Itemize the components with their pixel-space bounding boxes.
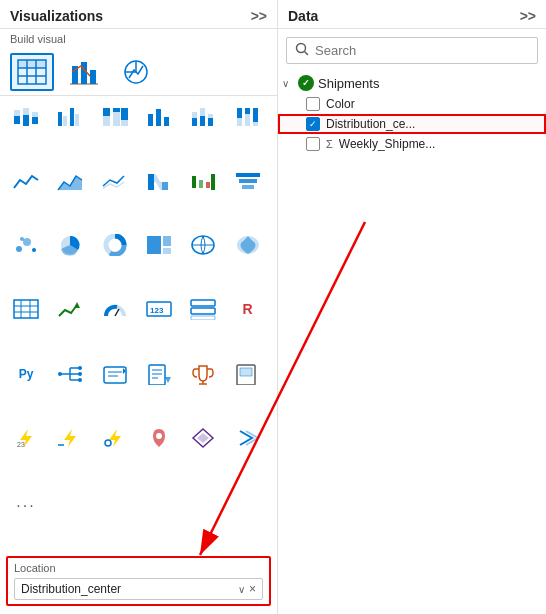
chevron-right-button[interactable]: [228, 421, 268, 455]
filled-map-button[interactable]: [228, 228, 268, 262]
gauge-button[interactable]: [95, 292, 135, 326]
line-chart-button[interactable]: [6, 164, 46, 198]
data-panel: Data >> ∨ ✓ Shipments Color Distribution…: [278, 0, 546, 614]
lightning1-button[interactable]: 23: [6, 421, 46, 455]
svg-rect-6: [27, 60, 36, 68]
svg-rect-55: [242, 185, 254, 189]
lightning2-button[interactable]: [50, 421, 90, 455]
color-checkbox[interactable]: [306, 97, 320, 111]
waterfall-button[interactable]: [183, 164, 223, 198]
svg-line-112: [305, 52, 309, 56]
data-expand-button[interactable]: >>: [520, 8, 536, 24]
map-pin-button[interactable]: [139, 421, 179, 455]
svg-rect-53: [236, 173, 260, 177]
svg-rect-51: [206, 182, 210, 188]
stacked-column-button[interactable]: [183, 100, 223, 134]
tree-group-shipments[interactable]: ∨ ✓ Shipments: [278, 72, 546, 94]
distribution-checkbox[interactable]: [306, 117, 320, 131]
svg-marker-73: [74, 302, 80, 308]
search-input[interactable]: [315, 43, 529, 58]
location-field-name: Distribution_center: [21, 582, 121, 596]
svg-rect-78: [191, 308, 215, 314]
svg-rect-26: [103, 116, 110, 126]
svg-rect-35: [192, 112, 197, 118]
bar-chart-viz-button[interactable]: [62, 53, 106, 91]
svg-point-56: [16, 246, 22, 252]
svg-rect-54: [239, 179, 257, 183]
ribbon-chart-button[interactable]: [139, 164, 179, 198]
viz-panel-title: Visualizations: [10, 8, 103, 24]
more-visuals-button[interactable]: ...: [6, 485, 46, 519]
tree-item-distribution[interactable]: Distribution_ce...: [278, 114, 546, 134]
location-panel: Location Distribution_center ∨ ×: [6, 556, 271, 606]
area-chart-button[interactable]: [50, 164, 90, 198]
svg-rect-31: [148, 114, 153, 126]
data-tree: ∨ ✓ Shipments Color Distribution_ce... Σ…: [278, 68, 546, 158]
diamond-button[interactable]: [183, 421, 223, 455]
scatter-button[interactable]: [6, 228, 46, 262]
100pct-bar-button[interactable]: [95, 100, 135, 134]
svg-rect-43: [245, 114, 250, 126]
search-icon: [295, 42, 309, 59]
100pct-column-button[interactable]: [228, 100, 268, 134]
data-panel-title: Data: [288, 8, 318, 24]
svg-rect-93: [149, 365, 165, 385]
svg-rect-45: [253, 122, 258, 126]
line-stacked-button[interactable]: [95, 164, 135, 198]
svg-rect-39: [208, 114, 213, 118]
visualizations-panel: Visualizations >> Build visual: [0, 0, 278, 614]
svg-rect-10: [90, 70, 96, 84]
svg-rect-64: [163, 248, 171, 254]
decomp-tree-button[interactable]: [50, 357, 90, 391]
sigma-icon: Σ: [326, 138, 333, 150]
svg-rect-63: [163, 236, 171, 246]
analytics-viz-button[interactable]: [114, 53, 158, 91]
close-icon[interactable]: ×: [249, 582, 256, 596]
report-page-button[interactable]: [228, 357, 268, 391]
tree-item-weekly[interactable]: Σ Weekly_Shipme...: [278, 134, 546, 154]
map-button[interactable]: [183, 228, 223, 262]
svg-rect-77: [191, 300, 215, 306]
svg-rect-18: [23, 108, 29, 115]
svg-rect-9: [81, 62, 87, 84]
matrix-button[interactable]: [6, 292, 46, 326]
svg-point-57: [23, 238, 31, 246]
pie-button[interactable]: [50, 228, 90, 262]
multirow-card-button[interactable]: [183, 292, 223, 326]
svg-rect-33: [164, 117, 169, 126]
kpi-button[interactable]: [50, 292, 90, 326]
paginated-report-button[interactable]: [139, 357, 179, 391]
table-viz-button[interactable]: [10, 53, 54, 91]
svg-text:123: 123: [150, 306, 164, 315]
python-button[interactable]: Py: [6, 357, 46, 391]
chevron-down-icon[interactable]: ∨: [238, 584, 245, 595]
svg-marker-97: [165, 377, 171, 383]
svg-marker-110: [197, 433, 209, 443]
svg-rect-30: [121, 120, 128, 126]
svg-point-85: [58, 372, 62, 376]
tree-item-color[interactable]: Color: [278, 94, 546, 114]
viz-expand-button[interactable]: >>: [251, 8, 267, 24]
trophy-button[interactable]: [183, 357, 223, 391]
column-chart-button[interactable]: [139, 100, 179, 134]
group-name: Shipments: [318, 76, 538, 91]
search-box: [286, 37, 538, 64]
lightning3-button[interactable]: [95, 421, 135, 455]
svg-rect-47: [148, 174, 154, 190]
r-visual-button[interactable]: R: [228, 292, 268, 326]
funnel-button[interactable]: [228, 164, 268, 198]
smart-narrative-button[interactable]: [95, 357, 135, 391]
weekly-checkbox[interactable]: [306, 137, 320, 151]
treemap-button[interactable]: [139, 228, 179, 262]
clustered-bar-button[interactable]: [50, 100, 90, 134]
svg-point-86: [78, 366, 82, 370]
card-button[interactable]: 123: [139, 292, 179, 326]
svg-marker-104: [64, 429, 76, 447]
donut-button[interactable]: [95, 228, 135, 262]
distribution-field-label: Distribution_ce...: [326, 117, 536, 131]
svg-rect-41: [237, 118, 242, 126]
stacked-bar-button[interactable]: [6, 100, 46, 134]
svg-rect-23: [70, 108, 74, 126]
svg-rect-7: [36, 60, 46, 68]
svg-rect-101: [240, 368, 252, 376]
